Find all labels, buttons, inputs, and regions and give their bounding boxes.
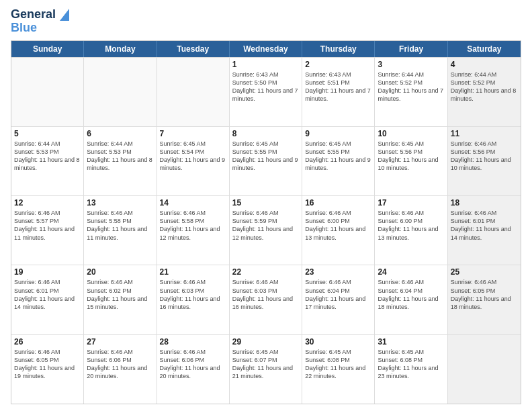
calendar-cell: 26Sunrise: 6:46 AMSunset: 6:05 PMDayligh…	[11, 335, 84, 404]
day-info: Sunrise: 6:45 AMSunset: 5:55 PMDaylight:…	[232, 140, 299, 173]
calendar-cell: 22Sunrise: 6:46 AMSunset: 6:03 PMDayligh…	[230, 265, 302, 334]
calendar-cell: 21Sunrise: 6:46 AMSunset: 6:03 PMDayligh…	[157, 265, 230, 334]
day-number: 15	[232, 198, 299, 208]
day-info: Sunrise: 6:46 AMSunset: 5:58 PMDaylight:…	[160, 209, 226, 242]
week-row-5: 26Sunrise: 6:46 AMSunset: 6:05 PMDayligh…	[11, 334, 521, 404]
calendar-cell	[11, 58, 84, 126]
calendar-cell: 13Sunrise: 6:46 AMSunset: 5:58 PMDayligh…	[84, 196, 157, 265]
calendar-cell: 31Sunrise: 6:45 AMSunset: 6:08 PMDayligh…	[375, 335, 447, 404]
day-number: 29	[232, 337, 299, 347]
calendar-cell: 24Sunrise: 6:46 AMSunset: 6:04 PMDayligh…	[375, 265, 447, 334]
day-info: Sunrise: 6:46 AMSunset: 6:04 PMDaylight:…	[305, 278, 371, 311]
day-info: Sunrise: 6:46 AMSunset: 5:59 PMDaylight:…	[232, 209, 299, 242]
day-number: 27	[87, 337, 153, 347]
calendar-cell	[448, 335, 521, 404]
day-info: Sunrise: 6:43 AMSunset: 5:50 PMDaylight:…	[232, 71, 299, 103]
week-row-3: 12Sunrise: 6:46 AMSunset: 5:57 PMDayligh…	[11, 195, 521, 265]
day-number: 21	[160, 267, 226, 277]
day-number: 31	[378, 337, 444, 347]
day-number: 25	[451, 267, 518, 277]
day-info: Sunrise: 6:44 AMSunset: 5:53 PMDaylight:…	[14, 140, 81, 173]
day-info: Sunrise: 6:43 AMSunset: 5:51 PMDaylight:…	[305, 71, 371, 103]
day-number: 23	[305, 267, 371, 277]
header-cell-friday: Friday	[375, 41, 447, 57]
day-info: Sunrise: 6:46 AMSunset: 6:02 PMDaylight:…	[87, 278, 153, 311]
calendar-body: 1Sunrise: 6:43 AMSunset: 5:50 PMDaylight…	[11, 57, 521, 404]
calendar-cell: 29Sunrise: 6:45 AMSunset: 6:07 PMDayligh…	[230, 335, 302, 404]
day-number: 1	[232, 60, 299, 69]
day-info: Sunrise: 6:46 AMSunset: 5:56 PMDaylight:…	[451, 140, 518, 173]
header: General Blue	[11, 8, 521, 35]
day-info: Sunrise: 6:46 AMSunset: 6:00 PMDaylight:…	[305, 209, 371, 242]
day-number: 11	[451, 129, 518, 138]
calendar-cell: 1Sunrise: 6:43 AMSunset: 5:50 PMDaylight…	[230, 58, 302, 126]
day-number: 12	[14, 198, 81, 208]
day-number: 24	[378, 267, 444, 277]
day-info: Sunrise: 6:45 AMSunset: 6:08 PMDaylight:…	[305, 348, 371, 381]
calendar-cell: 10Sunrise: 6:45 AMSunset: 5:56 PMDayligh…	[375, 127, 447, 195]
day-info: Sunrise: 6:46 AMSunset: 6:03 PMDaylight:…	[160, 278, 226, 311]
day-number: 26	[14, 337, 81, 347]
calendar-cell: 27Sunrise: 6:46 AMSunset: 6:06 PMDayligh…	[84, 335, 157, 404]
day-info: Sunrise: 6:46 AMSunset: 6:01 PMDaylight:…	[14, 278, 81, 311]
week-row-4: 19Sunrise: 6:46 AMSunset: 6:01 PMDayligh…	[11, 265, 521, 334]
calendar-cell: 23Sunrise: 6:46 AMSunset: 6:04 PMDayligh…	[302, 265, 375, 334]
logo-text: General	[11, 8, 69, 21]
calendar-cell: 5Sunrise: 6:44 AMSunset: 5:53 PMDaylight…	[11, 127, 84, 195]
day-info: Sunrise: 6:46 AMSunset: 6:05 PMDaylight:…	[451, 278, 518, 311]
day-info: Sunrise: 6:46 AMSunset: 6:01 PMDaylight:…	[451, 209, 518, 242]
day-info: Sunrise: 6:45 AMSunset: 5:54 PMDaylight:…	[160, 140, 226, 173]
header-cell-saturday: Saturday	[448, 41, 521, 57]
calendar-cell	[84, 58, 157, 126]
calendar-cell: 25Sunrise: 6:46 AMSunset: 6:05 PMDayligh…	[448, 265, 521, 334]
day-number: 4	[451, 60, 518, 69]
calendar-cell: 12Sunrise: 6:46 AMSunset: 5:57 PMDayligh…	[11, 196, 84, 265]
calendar-cell: 19Sunrise: 6:46 AMSunset: 6:01 PMDayligh…	[11, 265, 84, 334]
week-row-2: 5Sunrise: 6:44 AMSunset: 5:53 PMDaylight…	[11, 126, 521, 195]
page: General Blue SundayMondayTuesdayWednesda…	[0, 0, 532, 411]
calendar-cell: 15Sunrise: 6:46 AMSunset: 5:59 PMDayligh…	[230, 196, 302, 265]
calendar-cell: 14Sunrise: 6:46 AMSunset: 5:58 PMDayligh…	[157, 196, 230, 265]
calendar-cell: 6Sunrise: 6:44 AMSunset: 5:53 PMDaylight…	[84, 127, 157, 195]
calendar-cell: 18Sunrise: 6:46 AMSunset: 6:01 PMDayligh…	[448, 196, 521, 265]
day-info: Sunrise: 6:46 AMSunset: 5:58 PMDaylight:…	[87, 209, 153, 242]
day-number: 5	[14, 129, 81, 138]
day-info: Sunrise: 6:44 AMSunset: 5:53 PMDaylight:…	[87, 140, 153, 173]
day-number: 9	[305, 129, 371, 138]
svg-marker-0	[60, 9, 69, 21]
day-number: 28	[160, 337, 226, 347]
calendar-cell: 30Sunrise: 6:45 AMSunset: 6:08 PMDayligh…	[302, 335, 375, 404]
day-info: Sunrise: 6:46 AMSunset: 6:00 PMDaylight:…	[378, 209, 444, 242]
day-number: 6	[87, 129, 153, 138]
calendar-cell: 8Sunrise: 6:45 AMSunset: 5:55 PMDaylight…	[230, 127, 302, 195]
calendar-cell: 3Sunrise: 6:44 AMSunset: 5:52 PMDaylight…	[375, 58, 447, 126]
day-number: 8	[232, 129, 299, 138]
day-info: Sunrise: 6:46 AMSunset: 6:06 PMDaylight:…	[160, 348, 226, 381]
day-info: Sunrise: 6:46 AMSunset: 6:06 PMDaylight:…	[87, 348, 153, 381]
day-number: 20	[87, 267, 153, 277]
header-cell-sunday: Sunday	[11, 41, 84, 57]
calendar-cell: 16Sunrise: 6:46 AMSunset: 6:00 PMDayligh…	[302, 196, 375, 265]
calendar-header-row: SundayMondayTuesdayWednesdayThursdayFrid…	[11, 41, 521, 57]
day-number: 18	[451, 198, 518, 208]
calendar: SundayMondayTuesdayWednesdayThursdayFrid…	[11, 40, 521, 404]
day-info: Sunrise: 6:46 AMSunset: 6:04 PMDaylight:…	[378, 278, 444, 311]
day-info: Sunrise: 6:46 AMSunset: 6:03 PMDaylight:…	[232, 278, 299, 311]
day-info: Sunrise: 6:44 AMSunset: 5:52 PMDaylight:…	[378, 71, 444, 103]
day-info: Sunrise: 6:45 AMSunset: 6:08 PMDaylight:…	[378, 348, 444, 381]
calendar-cell: 4Sunrise: 6:44 AMSunset: 5:52 PMDaylight…	[448, 58, 521, 126]
week-row-1: 1Sunrise: 6:43 AMSunset: 5:50 PMDaylight…	[11, 57, 521, 126]
day-info: Sunrise: 6:46 AMSunset: 6:05 PMDaylight:…	[14, 348, 81, 381]
calendar-cell: 7Sunrise: 6:45 AMSunset: 5:54 PMDaylight…	[157, 127, 230, 195]
header-cell-tuesday: Tuesday	[157, 41, 230, 57]
calendar-cell: 9Sunrise: 6:45 AMSunset: 5:55 PMDaylight…	[302, 127, 375, 195]
day-number: 2	[305, 60, 371, 69]
header-cell-monday: Monday	[84, 41, 157, 57]
day-number: 7	[160, 129, 226, 138]
day-number: 17	[378, 198, 444, 208]
day-number: 10	[378, 129, 444, 138]
day-info: Sunrise: 6:46 AMSunset: 5:57 PMDaylight:…	[14, 209, 81, 242]
header-cell-thursday: Thursday	[302, 41, 375, 57]
logo: General Blue	[11, 8, 69, 35]
calendar-cell: 2Sunrise: 6:43 AMSunset: 5:51 PMDaylight…	[302, 58, 375, 126]
